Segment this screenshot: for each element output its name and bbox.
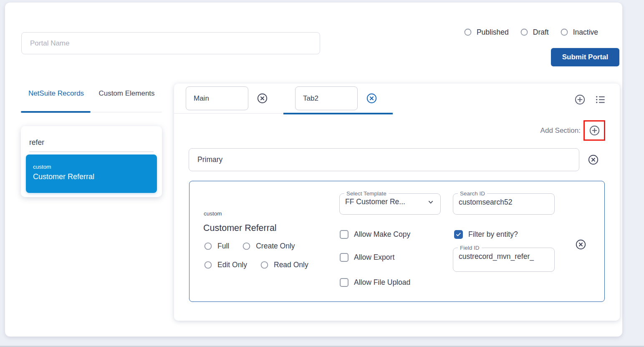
radio-label: Read Only [274,261,308,269]
tab-netsuite-records[interactable]: NetSuite Records [21,86,91,112]
radio-unchecked-icon [520,28,528,36]
radio-unchecked-icon [204,261,212,269]
tab-name-input-main[interactable] [186,86,248,110]
portal-name-input[interactable] [21,32,320,54]
checkbox-allow-file-upload[interactable]: Allow File Upload [340,278,410,287]
close-tab-tab2-icon[interactable] [366,93,377,104]
search-id-label: Search ID [458,190,487,197]
checkbox-filter-by-entity[interactable]: Filter by entity? [454,230,518,239]
tab-name-input-tab2[interactable] [295,86,358,110]
radio-label: Published [477,28,509,37]
permission-row-1: Full Create Only [204,242,295,251]
checkbox-unchecked-icon [340,278,349,287]
checkbox-allow-export[interactable]: Allow Export [340,253,394,262]
checkbox-label: Allow File Upload [354,278,410,287]
record-search-input[interactable] [29,134,154,152]
field-id-field: Field ID [453,245,555,272]
radio-unchecked-icon [260,261,269,269]
checkbox-label: Allow Make Copy [354,230,410,239]
tab-editor-panel: Add Section: custom Customer Referral Fu… [174,84,620,321]
record-type-label: custom [33,164,157,170]
status-radio-group: Published Draft Inactive [464,24,598,40]
radio-draft[interactable]: Draft [520,28,549,37]
checkbox-allow-make-copy[interactable]: Allow Make Copy [340,230,410,239]
section-record-name: Customer Referral [203,223,277,233]
section-record-type: custom [204,210,222,217]
radio-label: Draft [533,28,549,37]
checkbox-label: Filter by entity? [468,230,518,239]
radio-full[interactable]: Full [204,242,229,251]
radio-label: Edit Only [217,261,247,269]
search-id-input[interactable] [459,198,549,207]
add-section-label: Add Section: [540,127,581,135]
field-id-input[interactable] [459,252,549,261]
checkbox-unchecked-icon [340,253,349,262]
add-section-icon[interactable] [589,125,600,136]
section-name-input[interactable] [189,148,579,171]
checkbox-label: Allow Export [354,253,394,262]
radio-label: Full [217,242,229,251]
editor-tab-main [174,84,283,113]
radio-label: Create Only [256,242,295,251]
record-section-card: custom Customer Referral Full Create Onl… [189,181,605,302]
select-template-label: Select Template [344,190,389,197]
select-template-dropdown[interactable]: Select Template FF Customer Re... [339,190,441,215]
checkbox-checked-icon [454,230,463,239]
permission-row-2: Edit Only Read Only [204,261,308,269]
list-view-icon[interactable] [595,94,606,105]
radio-read-only[interactable]: Read Only [260,261,308,269]
radio-unchecked-icon [204,242,212,251]
radio-unchecked-icon [464,28,472,36]
close-tab-main-icon[interactable] [257,93,268,104]
add-tab-icon[interactable] [574,94,586,105]
radio-unchecked-icon [242,242,251,251]
select-template-value: FF Customer Re... [345,198,405,206]
radio-label: Inactive [573,28,598,37]
panel-toolbar [574,94,606,105]
radio-published[interactable]: Published [464,28,509,37]
editor-tab-tab2 [283,84,393,113]
remove-section-icon[interactable] [588,154,599,165]
add-section-row: Add Section: [540,120,605,141]
radio-edit-only[interactable]: Edit Only [204,261,247,269]
record-search-card: custom Customer Referral [21,126,162,197]
tab-custom-elements[interactable]: Custom Elements [91,86,162,112]
record-name-label: Customer Referral [33,172,157,181]
radio-create-only[interactable]: Create Only [242,242,295,251]
field-id-label: Field ID [458,245,482,251]
search-id-field: Search ID [453,190,555,215]
annotation-highlight-box [583,120,605,141]
radio-inactive[interactable]: Inactive [560,28,598,37]
checkbox-unchecked-icon [340,230,349,239]
remove-record-icon[interactable] [575,239,586,250]
radio-unchecked-icon [560,28,568,36]
record-result-customer-referral[interactable]: custom Customer Referral [26,155,157,193]
chevron-down-icon [427,198,435,206]
sidebar-tab-bar: NetSuite Records Custom Elements [21,86,162,112]
portal-builder-card: Published Draft Inactive Submit Portal N… [5,3,622,337]
editor-tab-bar [174,84,393,114]
submit-portal-button[interactable]: Submit Portal [551,48,619,66]
